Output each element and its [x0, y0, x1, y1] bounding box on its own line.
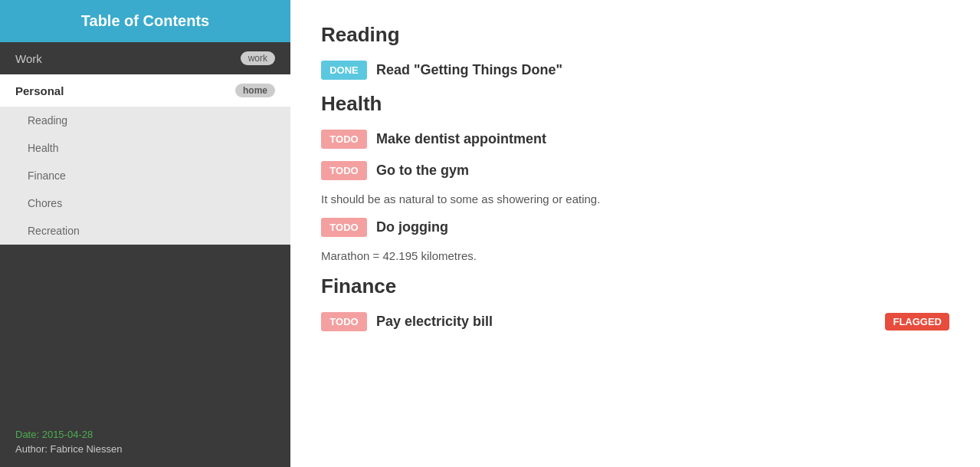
toc-group-personal-item[interactable]: Personal home — [0, 74, 290, 107]
section-heading-finance: Finance — [321, 275, 949, 298]
toc-group-work-label: Work — [15, 52, 42, 65]
footer-date: Date: 2015-04-28 — [15, 429, 275, 440]
badge-todo: TODO — [321, 218, 367, 237]
sidebar: Table of Contents Work work Personal hom… — [0, 0, 290, 467]
toc-sublist-item-finance[interactable]: Finance — [0, 162, 290, 189]
badge-todo: TODO — [321, 312, 367, 331]
task-item: TODO Do jogging — [321, 218, 949, 237]
task-item-row: TODO Pay electricity bill FLAGGED — [321, 312, 949, 331]
task-text: Make dentist appointment — [376, 131, 546, 147]
task-item: TODO Go to the gym — [321, 161, 949, 180]
toc-group-work[interactable]: Work work — [0, 42, 290, 74]
task-text: Read "Getting Things Done" — [376, 62, 562, 78]
task-text: Go to the gym — [376, 163, 469, 179]
task-text: Do jogging — [376, 219, 448, 235]
toc-group-work-badge: work — [241, 51, 275, 65]
section-heading-health: Health — [321, 92, 949, 116]
badge-todo: TODO — [321, 130, 367, 149]
task-note: Marathon = 42.195 kilometres. — [321, 249, 949, 262]
main-content[interactable]: Reading DONE Read "Getting Things Done" … — [290, 0, 980, 467]
sidebar-header: Table of Contents — [0, 0, 290, 42]
task-item: TODO Make dentist appointment — [321, 130, 949, 149]
flagged-badge: FLAGGED — [885, 313, 949, 331]
badge-todo: TODO — [321, 161, 367, 180]
task-note: It should be as natural to some as showe… — [321, 192, 949, 206]
sidebar-title: Table of Contents — [81, 12, 209, 29]
toc-sublist-item-chores[interactable]: Chores — [0, 189, 290, 217]
toc-group-work-item[interactable]: Work work — [0, 42, 290, 74]
task-item: DONE Read "Getting Things Done" — [321, 61, 949, 80]
toc-group-personal[interactable]: Personal home Reading Health Finance Cho… — [0, 74, 290, 245]
section-heading-reading: Reading — [321, 23, 949, 47]
toc-sublist: Reading Health Finance Chores Recreation — [0, 107, 290, 245]
toc-sublist-item-health[interactable]: Health — [0, 134, 290, 162]
footer-author: Author: Fabrice Niessen — [15, 443, 275, 455]
toc-sublist-item-reading[interactable]: Reading — [0, 107, 290, 134]
badge-done: DONE — [321, 61, 367, 80]
sidebar-footer: Date: 2015-04-28 Author: Fabrice Niessen — [0, 416, 290, 467]
toc-sublist-item-recreation[interactable]: Recreation — [0, 217, 290, 245]
task-text: Pay electricity bill — [376, 314, 493, 330]
toc-group-personal-badge: home — [235, 84, 275, 97]
toc-group-personal-label: Personal — [15, 84, 64, 97]
